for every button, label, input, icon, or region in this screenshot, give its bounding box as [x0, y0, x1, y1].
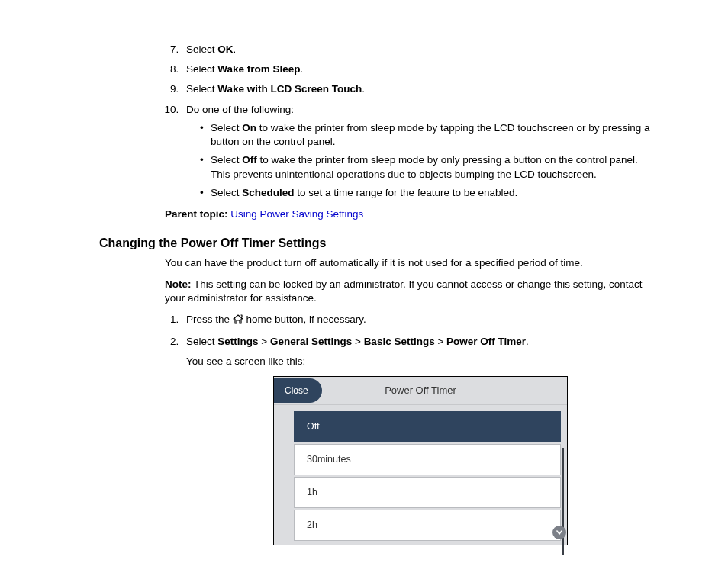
- step-10-sub-list: Select On to wake the printer from sleep…: [200, 121, 659, 200]
- sub-option-on: Select On to wake the printer from sleep…: [200, 121, 659, 149]
- parent-topic-label: Parent topic:: [165, 208, 228, 220]
- step-1: Press the home button, if necessary.: [182, 313, 659, 328]
- step-9: Select Wake with LCD Screen Touch.: [182, 82, 659, 96]
- steps-1-to-2: Press the home button, if necessary. Sel…: [99, 313, 659, 545]
- option-30minutes[interactable]: 30minutes: [294, 444, 561, 475]
- steps-7-to-10: Select OK. Select Wake from Sleep. Selec…: [99, 43, 659, 200]
- screen-title: Power Off Timer: [385, 384, 456, 397]
- note-paragraph: Note: This setting can be locked by an a…: [165, 278, 659, 305]
- option-off[interactable]: Off: [294, 411, 561, 442]
- step-8: Select Wake from Sleep.: [182, 63, 659, 76]
- step-7: Select OK.: [182, 43, 659, 56]
- option-1h[interactable]: 1h: [294, 477, 561, 508]
- option-list: Off 30minutes 1h 2h: [294, 411, 561, 542]
- lcd-screenshot: Close Power Off Timer Off 30minutes 1h 2…: [273, 376, 568, 545]
- step-2: Select Settings > General Settings > Bas…: [182, 335, 659, 545]
- parent-topic-link[interactable]: Using Power Saving Settings: [230, 208, 363, 220]
- option-2h[interactable]: 2h: [294, 510, 561, 541]
- step-10: Do one of the following: Select On to wa…: [182, 103, 659, 200]
- parent-topic: Parent topic: Using Power Saving Setting…: [165, 208, 659, 221]
- screen-intro-text: You see a screen like this:: [186, 355, 659, 368]
- home-icon: [233, 314, 243, 328]
- close-button[interactable]: Close: [274, 378, 322, 403]
- screen-header: Close Power Off Timer: [274, 377, 567, 405]
- intro-paragraph: You can have the product turn off automa…: [165, 256, 659, 270]
- scroll-down-icon[interactable]: [552, 526, 566, 539]
- section-heading: Changing the Power Off Timer Settings: [99, 235, 659, 252]
- sub-option-scheduled: Select Scheduled to set a time range for…: [200, 186, 659, 200]
- sub-option-off: Select Off to wake the printer from slee…: [200, 153, 659, 181]
